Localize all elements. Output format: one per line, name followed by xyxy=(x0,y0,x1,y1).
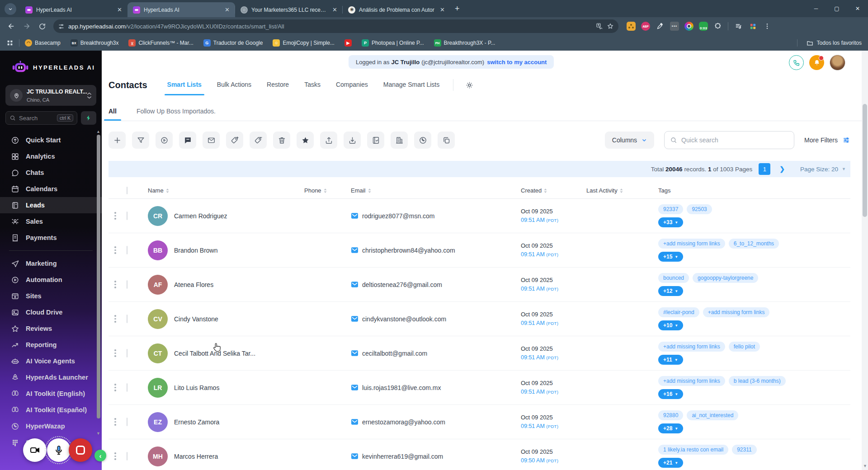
browser-tab[interactable]: HyperLeads AI✕ xyxy=(127,2,235,17)
contact-email[interactable]: rodriguez8077@msn.com xyxy=(362,212,435,220)
chat-button[interactable] xyxy=(179,132,196,149)
bookmark-item[interactable]: PHBreakthrough3X - P... xyxy=(434,39,495,47)
new-tab-button[interactable]: + xyxy=(455,4,460,14)
sidebar-item-ai-toolkit-english-[interactable]: AI Toolkit (English) xyxy=(0,385,102,402)
row-checkbox[interactable] xyxy=(127,452,127,461)
row-menu-kebab[interactable] xyxy=(108,315,122,323)
contact-name[interactable]: Lito Luis Ramos xyxy=(174,384,219,391)
company-button[interactable] xyxy=(391,132,408,149)
column-header-created[interactable]: Created xyxy=(515,187,582,194)
sidebar-item-leads[interactable]: Leads xyxy=(0,197,102,213)
tag-pill[interactable]: #leclair-pond xyxy=(658,307,699,317)
tag-pill[interactable]: 92880 xyxy=(658,410,683,420)
browser-tab[interactable]: ✳Análisis de Problema con Autor✕ xyxy=(343,2,450,17)
contact-name[interactable]: Carmen Rodriguez xyxy=(174,212,227,220)
row-checkbox[interactable] xyxy=(127,383,127,392)
star-button[interactable] xyxy=(297,132,314,149)
contact-name[interactable]: Cindy Vanstone xyxy=(174,315,218,323)
tab-restore[interactable]: Restore xyxy=(267,81,289,89)
notifications-button[interactable] xyxy=(809,55,824,70)
colorpicker-extension-icon[interactable] xyxy=(684,22,693,31)
sidebar-item-quick-start[interactable]: Quick Start xyxy=(0,132,102,148)
site-settings-icon[interactable] xyxy=(58,23,65,30)
sidebar-search-input[interactable]: Search ctrl K xyxy=(5,111,77,125)
tag-pill[interactable]: b lead (3-6 months) xyxy=(729,376,786,386)
row-menu-kebab[interactable] xyxy=(108,418,122,426)
maximize-button[interactable]: ▢ xyxy=(826,0,847,17)
page-scrollbar[interactable]: ▼ xyxy=(862,51,868,470)
tag-pill[interactable]: 92311 xyxy=(732,445,756,455)
reload-button[interactable] xyxy=(35,19,49,33)
tab-smart-lists[interactable]: Smart Lists xyxy=(167,81,202,89)
row-menu-kebab[interactable] xyxy=(108,349,122,357)
contact-name[interactable]: Cecil Talbott And Selika Tar... xyxy=(174,350,255,357)
contact-email[interactable]: kevinherrera619@gmail.com xyxy=(362,453,443,460)
extensions-puzzle-icon[interactable] xyxy=(713,22,722,31)
sidebar-item-ai-toolkit-espa-ol-[interactable]: AI Toolkit (Español) xyxy=(0,402,102,418)
sidebar-item-automation[interactable]: Automation xyxy=(0,272,102,288)
subtab-all[interactable]: All xyxy=(108,108,117,115)
contact-email[interactable]: cindykvanstone@outlook.com xyxy=(362,315,446,323)
row-checkbox[interactable] xyxy=(127,246,127,254)
sidebar-item-payments[interactable]: Payments xyxy=(0,230,102,246)
contacts-settings-gear-icon[interactable] xyxy=(465,81,474,89)
contact-name[interactable]: Atenea Flores xyxy=(174,281,213,288)
call-button[interactable] xyxy=(414,132,431,149)
forward-button[interactable] xyxy=(20,19,33,33)
tag-pill[interactable]: fello pilot xyxy=(729,342,760,352)
contact-email[interactable]: deltiostenea276@gmail.com xyxy=(362,281,442,288)
playlist-icon[interactable] xyxy=(734,22,743,31)
all-bookmarks-label[interactable]: Todos los favoritos xyxy=(817,40,862,46)
sidebar-item-cloud-drive[interactable]: Cloud Drive xyxy=(0,304,102,320)
sidebar-item-ai-voice-agents[interactable]: AI Voice Agents xyxy=(0,353,102,369)
row-checkbox[interactable] xyxy=(127,315,127,323)
phone-button[interactable] xyxy=(789,55,804,70)
contact-email[interactable]: ceciltalbott@gmail.com xyxy=(362,350,427,357)
tab-close-icon[interactable]: ✕ xyxy=(330,6,339,13)
tab-close-icon[interactable]: ✕ xyxy=(115,6,124,13)
sort-icon[interactable] xyxy=(165,188,170,193)
eyedropper-extension-icon[interactable] xyxy=(656,22,665,31)
address-bar[interactable]: app.hyperleadsai.com/v2/location/47w9ROJ… xyxy=(53,19,618,33)
row-menu-kebab[interactable] xyxy=(108,281,122,288)
contact-name[interactable]: Ernesto Zamora xyxy=(174,418,219,426)
browser-tab[interactable]: Your Marketers365 LLC receipt |✕ xyxy=(235,2,343,17)
automation-button[interactable] xyxy=(156,132,173,149)
export-button[interactable] xyxy=(320,132,337,149)
bookmark-star-icon[interactable] xyxy=(607,23,614,30)
column-header-phone[interactable]: Phone xyxy=(304,187,347,194)
tab-search-button[interactable] xyxy=(5,3,16,15)
tab-companies[interactable]: Companies xyxy=(336,81,368,89)
row-checkbox[interactable] xyxy=(127,349,127,357)
browser-menu-icon[interactable] xyxy=(763,22,772,31)
subtab-follow-up-boss-importados-[interactable]: Follow Up Boss Importados. xyxy=(137,108,216,115)
contact-name[interactable]: Marcos Herrera xyxy=(174,453,218,460)
sort-icon[interactable] xyxy=(368,188,372,193)
location-switcher[interactable]: JC TRUJILLO REALT... Chino, CA xyxy=(5,85,96,106)
row-checkbox[interactable] xyxy=(127,212,127,220)
contact-verify-button[interactable] xyxy=(367,132,384,149)
tag-pill[interactable]: +add missing form links xyxy=(658,239,725,249)
sidebar-item-marketing[interactable]: Marketing xyxy=(0,255,102,272)
sidebar-item-hyperads-launcher[interactable]: HyperAds Launcher xyxy=(0,369,102,385)
add-tag-button[interactable] xyxy=(226,132,243,149)
quick-actions-button[interactable] xyxy=(81,111,96,125)
tag-pill[interactable]: +add missing form links xyxy=(658,342,725,352)
tag-pill[interactable]: 92337 xyxy=(658,204,683,214)
bookmark-item[interactable]: BXBreakthrough3x xyxy=(71,39,119,47)
bookmark-item[interactable]: ◠Basecamp xyxy=(25,39,61,47)
sort-icon[interactable] xyxy=(543,188,547,193)
more-tags-button[interactable]: +12 ▼ xyxy=(658,286,683,296)
translate-icon[interactable] xyxy=(596,23,603,30)
more-tags-button[interactable]: +11 ▼ xyxy=(658,355,683,365)
select-all-checkbox[interactable] xyxy=(127,187,127,194)
row-checkbox[interactable] xyxy=(127,280,127,289)
bookmark-item[interactable]: GTraductor de Google xyxy=(203,39,263,47)
user-avatar[interactable] xyxy=(830,55,845,70)
tag-pill[interactable]: 6_to_12_months xyxy=(729,239,779,249)
workspace-extension-icon[interactable] xyxy=(748,22,757,31)
apps-grid-icon[interactable] xyxy=(6,39,14,47)
close-button[interactable]: ✕ xyxy=(847,0,868,17)
more-tags-button[interactable]: +10 ▼ xyxy=(658,320,683,330)
tab-tasks[interactable]: Tasks xyxy=(304,81,321,89)
